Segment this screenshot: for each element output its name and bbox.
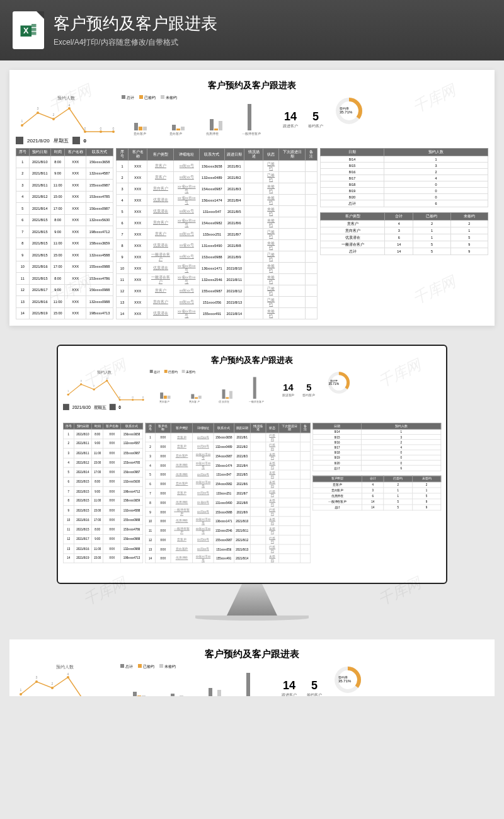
table-row: 102021/8/1617:00XXX155xxxx0988 [63,515,142,525]
daily-count-table: 日期预约人数8/1418/1538/1628/1748/1808/1908/20… [312,423,441,471]
sheet-title: 客户预约及客户跟进表 [63,355,441,366]
svg-text:X: X [23,26,29,35]
svg-text:0: 0 [100,127,102,130]
table-row: 42021/8/1215:00XXX153xxxx4785 [16,191,113,203]
table-row: 一般潜在客户1459 [321,241,488,248]
bar-legend: 总计 已签约 未签约 [120,664,272,670]
svg-text:3: 3 [36,675,38,679]
table-row: 2XXX意客户xx街xx号132xxxx04892021/8/2已签约 [117,172,318,183]
svg-text:1: 1 [67,389,69,392]
svg-point-25 [119,399,121,401]
line-chart-box: 预约人数 1324000 2021/8/20 星期五 0 [16,95,117,144]
table-row: 8/200 [321,194,488,200]
col-header: 预约日期 [29,149,50,156]
col-header: 客户类型 [321,213,385,220]
table-row: 8/180 [312,450,440,455]
svg-text:0: 0 [84,127,86,130]
monitor-stand [227,584,277,616]
line-chart: 1324000 [63,377,146,403]
table-row: 8/141 [321,156,488,163]
table-row: 4XXX优质潜在xx省xx市xx号156xxxx14742021/8/4未签约 [117,195,318,206]
col-header: 合计 [362,476,384,482]
stats-box: 14跟进客户 5签约客户 [278,370,319,410]
col-header: 客户名称 [128,149,147,161]
daily-count-table: 日期预约人数8/1418/1538/1628/1748/1808/1908/20… [320,148,488,207]
table-row: 8/190 [312,455,440,460]
svg-text:2: 2 [53,113,55,117]
table-row: 总计1459 [312,505,440,510]
bar-chart [122,102,273,130]
table-row: 9XXX一般潜在客户xx街xx号153xxxx09882021/8/9已签约 [146,507,311,517]
table-row: 12XXX意客户xx街xx号155xxxx09872021/8/12已签约 [146,535,311,544]
col-header: 状态 [263,149,279,161]
table-row: 6XXX意向客户xx省xx市xx号154xxxx09822021/8/6未签约 [117,217,318,229]
table-row: 3XXX意向客户xx省xx市xx号154xxxx09872021/8/3未签约 [146,452,311,461]
svg-text:1: 1 [20,688,22,692]
bar-chart-box: 总计 已签约 未签约 意向客户意向客户优质潜在一般潜在客户 [150,370,274,410]
follow-count: 14 [282,679,297,692]
table-row: 82021/8/1511:00XXX158xxxx3659 [63,496,142,505]
table-row: 8XXX优质潜在xx省xx号131xxxx54902021/8/8未签约 [117,240,318,251]
table-row: 102021/8/1617:00XXX155xxxx0988 [16,261,113,273]
col-header: 客户类型 [171,423,193,433]
line-chart-label: 预约人数 [14,664,115,670]
table-row: 10XXX优质潜在xx省xx市xx号136xxxx14712021/8/10未签… [117,263,318,274]
table-row: 5XXX优质潜在xx街xx号131xxxx5472021/8/5未签约 [146,470,311,479]
svg-text:3: 3 [37,106,39,110]
table-row: 总计6 [312,466,440,471]
table-row: 13XXX意向客户xx街xx号151xxxx0562021/8/13已签约 [146,544,311,554]
svg-text:2: 2 [52,682,54,685]
table-row: 8/174 [321,175,488,181]
svg-text:0: 0 [132,396,134,399]
svg-point-40 [67,676,69,679]
svg-point-38 [35,680,38,683]
appointment-table: 序号预约日期时间客户名称联系方式12021/8/108:00XXX156xxxx… [16,148,113,319]
stats-box: 14跟进客户 5签约客户 [278,95,328,144]
bar-x-labels: 意向客户意向客户优质潜在一般潜在客户 [122,132,273,135]
col-header: 客户名称 [103,423,121,429]
line-chart: 1324000 [16,103,117,135]
weekday: 星期五 [54,137,69,144]
col-header: 状态 [266,423,278,433]
follow-count: 14 [283,110,298,123]
table-row: 52021/8/1417:00XXX156xxxx0987 [16,203,113,215]
table-row: 132021/8/1611:00XXX132xxxx0988 [16,296,113,308]
table-row: 62021/8/158:00XXX132xxxx5630 [63,477,142,486]
sign-count: 5 [308,110,323,123]
svg-text:0: 0 [119,396,121,399]
sheet-preview: 千库网 千库网 千库网 千库网 客户预约及客户跟进表 预约人数 1324000 … [9,70,495,326]
table-row: 72021/8/159:00XXX198xxxx4712 [63,486,142,496]
col-header: 序号 [117,149,129,161]
table-row: 92021/8/1515:00XXX132xxxx4588 [16,249,113,261]
svg-point-6 [37,112,39,114]
table-row: 8XXX优质潜在xx省xx号131xxxx54902021/8/8未签约 [146,498,311,507]
table-row: 72021/8/159:00XXX198xxxx4712 [16,226,113,238]
line-chart-label: 预约人数 [63,370,146,375]
gauge-pct: 35.71% [340,110,352,114]
table-row: 10XXX优质潜在xx省xx市xx号136xxxx14712021/8/10未签… [146,517,311,526]
table-row: 52021/8/1417:00XXX156xxxx0987 [63,467,142,477]
sheet-title: 客户预约及客户跟进表 [16,80,488,91]
col-header: 未签约 [450,213,488,220]
col-header: 详细地址 [193,423,214,433]
svg-point-22 [80,383,82,385]
col-header: 未签约 [412,476,440,482]
table-row: 12021/8/108:00XXX156xxxx3658 [63,429,142,438]
gauge-box: 签约率35.71% [323,370,354,410]
line-chart-box: 预约人数 1324000 2021/8/20 星期五 0 [63,370,146,410]
tables-row: 序号预约日期时间客户名称联系方式12021/8/108:00XXX156xxxx… [63,423,441,563]
svg-point-23 [93,389,95,391]
stats-box: 14跟进客户 5签约客户 [277,664,327,696]
col-header: 预约日期 [74,423,91,429]
col-header: 情况描述 [244,149,263,161]
svg-text:0: 0 [83,696,85,696]
bar-legend: 总计 已签约 未签约 [150,370,274,374]
followup-table: 序号客户名称客户类型详细地址联系方式跟进日期情况描述状态下次跟进日期备注1XXX… [145,423,310,563]
svg-text:1: 1 [21,119,23,123]
bottom-strip: 客户预约及客户跟进表 预约人数 1324000 2021/8/20 星期五 0 … [9,639,495,696]
col-header: 合计 [385,213,413,220]
summary-table: 客户类型合计已签约未签约意客户422意向客户311优质潜在615一般潜在客户14… [312,476,441,511]
bar-legend: 总计 已签约 未签约 [122,95,273,101]
svg-point-8 [68,107,71,110]
table-row: 8/153 [321,163,488,169]
